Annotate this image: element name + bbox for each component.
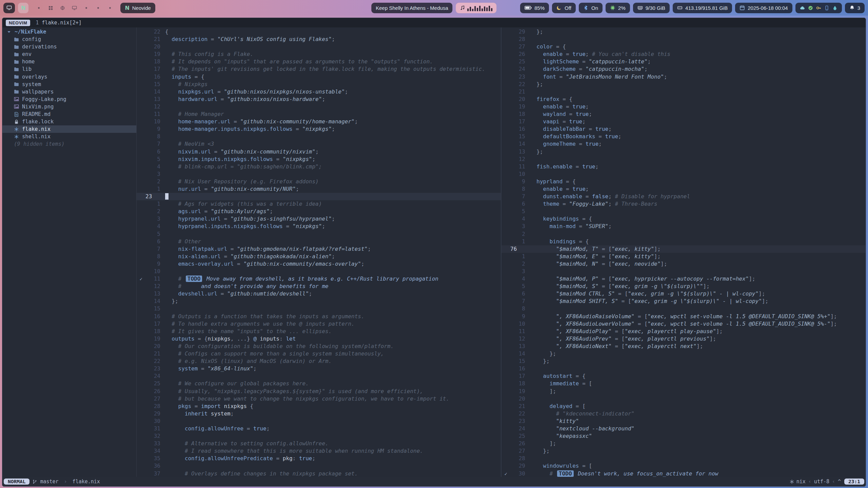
git-branch[interactable]: master: [40, 479, 58, 485]
code-line[interactable]: 10 ", XF86AudioLowerVolume" = ["exec, wp…: [501, 320, 866, 328]
code-line[interactable]: 1 "$mainMod, E" = ["exec, kitty"];: [501, 253, 866, 260]
code-line[interactable]: 29 };: [501, 28, 866, 36]
tree-item-system[interactable]: system: [2, 81, 136, 88]
code-line[interactable]: 25 "keepassxc": [501, 432, 866, 440]
launcher-button[interactable]: [3, 3, 15, 13]
code-line[interactable]: 4 # blink-cmp.url = "github:saghen/blink…: [137, 163, 501, 170]
code-line[interactable]: 14 };: [137, 298, 501, 305]
code-line[interactable]: 4 keybindings = {: [501, 215, 866, 223]
code-line[interactable]: 2 ags.url = "github:Aylur/ags";: [137, 208, 501, 215]
tree-item-env[interactable]: env: [2, 50, 136, 58]
code-line[interactable]: 14 nixpkgs.url = "github:nixos/nixpkgs/n…: [137, 88, 501, 96]
code-line[interactable]: 8 nix-alien.url = "github:thiagokokada/n…: [137, 253, 501, 260]
dnd-toggle[interactable]: Off: [552, 3, 576, 13]
workspace-active[interactable]: N: [18, 3, 28, 13]
code-line[interactable]: 20 firefox = {: [501, 96, 866, 103]
disk-indicator[interactable]: 413.19/915.81 GiB: [673, 3, 732, 13]
code-line[interactable]: 9 emacs-overlay.url = "github:nix-commun…: [137, 260, 501, 268]
code-line[interactable]: 18 # It depends on "inputs" that are pas…: [137, 58, 501, 65]
tree-item-README.md[interactable]: README.md: [2, 110, 136, 118]
code-line[interactable]: 11 fish.enable = true;: [501, 163, 866, 170]
code-line[interactable]: 6 "$mainMod CTRL, S" = ["exec, grim -g \…: [501, 290, 866, 298]
code-line[interactable]: 15: [137, 305, 501, 312]
tree-item-wallpapers[interactable]: wallpapers: [2, 88, 136, 96]
code-line[interactable]: 5 nixvim.inputs.nixpkgs.follows = "nixpk…: [137, 156, 501, 163]
tree-item-flake.nix[interactable]: flake.nix: [2, 125, 136, 133]
code-line[interactable]: 22{: [137, 28, 501, 36]
code-line[interactable]: 22 # e.g. NixOS (linux) and MacOS (darwi…: [137, 358, 501, 365]
memory-indicator[interactable]: 9/30 GiB: [633, 3, 670, 13]
code-line[interactable]: 28 pkgs = import nixpkgs {: [137, 403, 501, 410]
code-line[interactable]: 17 # The inputs' git revisions get locke…: [137, 65, 501, 73]
code-line[interactable]: 20: [137, 43, 501, 50]
code-line[interactable]: 2 "$mainMod, N" = ["exec, neovide"];: [501, 260, 866, 268]
code-line[interactable]: 36: [137, 462, 501, 470]
code-line[interactable]: 9 home-manager.inputs.nixpkgs.follows = …: [137, 125, 501, 133]
code-line[interactable]: 24 "nextcloud --background": [501, 425, 866, 432]
buffer-tab[interactable]: 1 flake.nix[2+]: [36, 20, 81, 26]
code-line[interactable]: 7 "$mainMod SHIFT, S" = ["exec, grim -g …: [501, 298, 866, 305]
code-line[interactable]: 12: [501, 156, 866, 163]
code-line[interactable]: 1 nur.url = "github:nix-community/NUR";: [137, 185, 501, 193]
code-line[interactable]: 29 inherit system;: [137, 410, 501, 418]
media-title-pill[interactable]: Keep Shelly In Athens - Medusa: [371, 3, 452, 13]
code-line[interactable]: 5: [137, 230, 501, 238]
tree-item-derivations[interactable]: derivations: [2, 43, 136, 50]
code-line[interactable]: 1 # Ags for widgets (this was a terrible…: [137, 200, 501, 208]
code-line[interactable]: 27 color = {: [501, 43, 866, 50]
code-line[interactable]: 22 };: [501, 81, 866, 88]
code-line[interactable]: 24 darkScheme = "catppuccin-mocha";: [501, 65, 866, 73]
tray-cloud-icon[interactable]: [800, 5, 805, 11]
code-line[interactable]: 15 # Nixpkgs: [137, 81, 501, 88]
code-line[interactable]: 33 # Alternative to setting config.allow…: [137, 440, 501, 447]
code-line[interactable]: 37 # Overlays define changes in the nixp…: [137, 470, 501, 477]
code-line[interactable]: 26 # Usually, "nixpkgs.legacyPackages.${…: [137, 388, 501, 395]
code-line[interactable]: 3 main-mod = "SUPER";: [501, 223, 866, 230]
code-line[interactable]: 12 # and doesn't provide any benefits fo…: [137, 283, 501, 290]
code-line[interactable]: 26 enable = true; # You can't disable th…: [501, 50, 866, 58]
window-title-pill[interactable]: N Neovide: [120, 3, 155, 13]
code-line[interactable]: 18 immediate = [: [501, 380, 866, 387]
code-line[interactable]: 4 hyprpanel.inputs.nixpkgs.follows = "ni…: [137, 223, 501, 230]
code-line[interactable]: 19 outputs = {nixpkgs, ...} @ inputs: le…: [137, 335, 501, 343]
code-line[interactable]: 21 delayed = [: [501, 403, 866, 410]
code-line[interactable]: 16 # Outputs is a function that takes th…: [137, 313, 501, 320]
code-line[interactable]: 20 # Our configuration is buildable on t…: [137, 343, 501, 350]
bluetooth-toggle[interactable]: On: [579, 3, 603, 13]
code-line[interactable]: 9 ", XF86AudioRaiseVolume" = ["exec, wpc…: [501, 313, 866, 320]
code-line[interactable]: 21 # Configs can support more than a sin…: [137, 350, 501, 358]
code-line[interactable]: 24: [137, 372, 501, 380]
code-line[interactable]: 21 description = "ChUrl's NixOS config u…: [137, 36, 501, 43]
media-visualizer[interactable]: [456, 3, 497, 13]
code-line[interactable]: 5: [501, 208, 866, 215]
tray-phone-icon[interactable]: [824, 5, 829, 11]
tray-drop-icon[interactable]: [832, 5, 837, 11]
battery-indicator[interactable]: 85%: [520, 3, 549, 13]
code-line[interactable]: 11 # Home Manager: [137, 110, 501, 118]
code-line[interactable]: 8: [137, 133, 501, 140]
code-line[interactable]: 17 # To handle extra arguments we use th…: [137, 320, 501, 328]
code-line[interactable]: 13 };: [501, 148, 866, 156]
clock-indicator[interactable]: 2025-06-18 00:04: [735, 3, 792, 13]
code-line[interactable]: 19 enable = true;: [501, 103, 866, 110]
code-line[interactable]: 30: [137, 418, 501, 425]
code-line[interactable]: ✓11 # TODO Move away from devshell, as i…: [137, 275, 501, 283]
tray-key-icon[interactable]: [816, 5, 821, 11]
tray-check-icon[interactable]: [808, 5, 813, 11]
code-line[interactable]: 7 dunst.enable = false; # Disable for hy…: [501, 193, 866, 200]
code-line[interactable]: 23 system = "x86_64-linux";: [137, 365, 501, 372]
code-line[interactable]: 2 # Nix User Repository (e.g. Firefox ad…: [137, 178, 501, 185]
code-line[interactable]: 2: [501, 230, 866, 238]
code-line[interactable]: 11 ", XF86AudioPlay" = ["exec, playerctl…: [501, 328, 866, 335]
code-line[interactable]: 10 home-manager.url = "github:nix-commun…: [137, 118, 501, 125]
code-line[interactable]: 27 };: [501, 447, 866, 455]
code-line[interactable]: 21: [501, 88, 866, 96]
code-line[interactable]: 10: [501, 170, 866, 178]
code-line[interactable]: 16 inputs = {: [137, 73, 501, 81]
code-line[interactable]: 5 "$mainMod, S" = ["exec, grim -g \"$(sl…: [501, 283, 866, 290]
system-tray[interactable]: [795, 3, 842, 13]
code-line[interactable]: 31 config.allowUnfree = true;: [137, 425, 501, 432]
workspace-indicators[interactable]: [36, 5, 113, 11]
code-line[interactable]: 6 theme = "Foggy-Lake"; # Three-Bears: [501, 200, 866, 208]
tree-item-home[interactable]: home: [2, 58, 136, 65]
